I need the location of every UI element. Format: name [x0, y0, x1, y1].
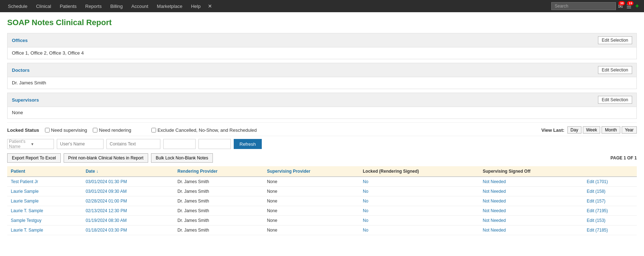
menu-icon-button[interactable]: ☰ 19 — [626, 3, 631, 10]
locked-link[interactable]: No — [363, 179, 368, 184]
view-year-button[interactable]: Year — [622, 126, 637, 134]
edit-link[interactable]: Edit (7185) — [587, 228, 608, 233]
doctors-label: Doctors — [12, 68, 29, 73]
need-rendering-checkbox-group[interactable]: Need rendering — [93, 127, 131, 133]
nav-account[interactable]: Account — [127, 1, 152, 11]
locked-link[interactable]: No — [363, 228, 368, 233]
cell-locked: No — [359, 206, 479, 216]
nav-marketplace[interactable]: Marketplace — [152, 1, 187, 11]
table-header: Patient Date ↓ Rendering Provider Superv… — [7, 166, 637, 177]
user-name-input[interactable] — [57, 139, 104, 149]
exclude-checkbox-group[interactable]: Exclude Cancelled, No-Show, and Reschedu… — [151, 127, 257, 133]
date-link[interactable]: 01/18/2024 03:30 PM — [86, 228, 127, 233]
cell-supervising: None — [263, 187, 359, 196]
col-rendering[interactable]: Rendering Provider — [174, 166, 263, 177]
top-navigation: Schedule Clinical Patients Reports Billi… — [0, 0, 644, 12]
cell-supervising: None — [263, 216, 359, 225]
locked-link[interactable]: No — [363, 208, 368, 213]
edit-link[interactable]: Edit (158) — [587, 189, 606, 194]
cell-patient: Laurie Sample — [7, 187, 82, 196]
mail-icon-button[interactable]: ✉ 38 — [618, 3, 623, 10]
view-month-button[interactable]: Month — [602, 126, 620, 134]
col-date[interactable]: Date ↓ — [82, 166, 174, 177]
nav-reports[interactable]: Reports — [81, 1, 106, 11]
nav-menu: Schedule Clinical Patients Reports Billi… — [4, 1, 215, 11]
contains-text-input[interactable] — [106, 139, 160, 149]
patient-link[interactable]: Laurie Sample — [11, 189, 38, 194]
cell-patient: Laurie Sample — [7, 196, 82, 206]
date-link[interactable]: 01/19/2024 08:30 AM — [86, 218, 127, 223]
nav-help[interactable]: Help — [187, 1, 205, 11]
supervising-signed-value: Not Needed — [483, 208, 506, 213]
supervisors-edit-button[interactable]: Edit Selection — [598, 96, 632, 104]
supervisors-section: Supervisors Edit Selection None — [7, 93, 637, 119]
need-rendering-checkbox[interactable] — [93, 128, 97, 132]
view-week-button[interactable]: Week — [583, 126, 600, 134]
nav-patients[interactable]: Patients — [55, 1, 81, 11]
nav-clinical[interactable]: Clinical — [32, 1, 55, 11]
offices-edit-button[interactable]: Edit Selection — [598, 36, 632, 44]
page-info: PAGE 1 OF 1 — [611, 155, 637, 160]
date-from-input[interactable]: 01/01/2024 — [163, 139, 196, 149]
col-supervising-signed[interactable]: Supervising Signed Off — [479, 166, 583, 177]
nav-close-button[interactable]: ✕ — [205, 1, 215, 11]
print-notes-button[interactable]: Print non-blank Clinical Notes in Report — [64, 153, 148, 163]
cell-date: 01/18/2024 03:30 PM — [82, 225, 174, 235]
action-buttons-row: Export Report To Excel Print non-blank C… — [7, 153, 637, 163]
date-link[interactable]: 03/01/2024 01:30 PM — [86, 179, 127, 184]
export-excel-button[interactable]: Export Report To Excel — [7, 153, 61, 163]
locked-link[interactable]: No — [363, 218, 368, 223]
nav-billing[interactable]: Billing — [106, 1, 127, 11]
need-supervising-checkbox[interactable] — [45, 128, 50, 132]
nav-schedule[interactable]: Schedule — [4, 1, 32, 11]
locked-link[interactable]: No — [363, 189, 368, 194]
edit-link[interactable]: Edit (157) — [587, 199, 606, 204]
patient-link[interactable]: Test Patient Jr — [11, 179, 38, 184]
date-link[interactable]: 02/13/2024 12:30 PM — [86, 208, 127, 213]
col-locked[interactable]: Locked (Rendering Signed) — [359, 166, 479, 177]
edit-link[interactable]: Edit (1701) — [587, 179, 608, 184]
table-row: Laurie Sample 02/28/2024 01:00 PM Dr. Ja… — [7, 196, 637, 206]
patient-link[interactable]: Laurie T. Sample — [11, 228, 43, 233]
cell-rendering: Dr. James Smith — [174, 196, 263, 206]
patient-link[interactable]: Sample Testguy — [11, 218, 41, 223]
date-link[interactable]: 03/01/2024 09:30 AM — [86, 189, 127, 194]
cell-rendering: Dr. James Smith — [174, 187, 263, 196]
refresh-button[interactable]: Refresh — [234, 139, 262, 149]
cell-action: Edit (7195) — [583, 206, 637, 216]
patient-name-dropdown[interactable]: Patient's Name ▼ — [7, 139, 54, 149]
add-button[interactable]: + — [634, 3, 640, 10]
supervising-signed-value: Not Needed — [483, 199, 506, 204]
exclude-checkbox[interactable] — [151, 128, 156, 132]
supervisors-header: Supervisors Edit Selection — [8, 93, 636, 107]
cell-date: 02/28/2024 01:00 PM — [82, 196, 174, 206]
date-to-input[interactable]: 06/24/2024 — [198, 139, 231, 149]
cell-supervising-signed: Not Needed — [479, 196, 583, 206]
bulk-lock-button[interactable]: Bulk Lock Non-Blank Notes — [151, 153, 213, 163]
need-rendering-label: Need rendering — [99, 127, 131, 133]
cell-locked: No — [359, 216, 479, 225]
edit-link[interactable]: Edit (7195) — [587, 208, 608, 213]
table-row: Laurie Sample 03/01/2024 09:30 AM Dr. Ja… — [7, 187, 637, 196]
doctors-edit-button[interactable]: Edit Selection — [598, 66, 632, 74]
col-supervising[interactable]: Supervising Provider — [263, 166, 359, 177]
patient-link[interactable]: Laurie Sample — [11, 199, 38, 204]
cell-locked: No — [359, 187, 479, 196]
cell-supervising: None — [263, 177, 359, 187]
view-day-button[interactable]: Day — [567, 126, 581, 134]
patient-name-dropdown-label: Patient's Name — [9, 139, 31, 149]
col-patient[interactable]: Patient — [7, 166, 82, 177]
supervising-signed-value: Not Needed — [483, 218, 506, 223]
date-link[interactable]: 02/28/2024 01:00 PM — [86, 199, 127, 204]
locked-link[interactable]: No — [363, 199, 368, 204]
cell-action: Edit (7185) — [583, 225, 637, 235]
page-title: SOAP Notes Clinical Report — [7, 18, 637, 27]
search-input[interactable] — [551, 2, 616, 10]
patient-link[interactable]: Laurie T. Sample — [11, 208, 43, 213]
table-row: Laurie T. Sample 02/13/2024 12:30 PM Dr.… — [7, 206, 637, 216]
cell-patient: Laurie T. Sample — [7, 206, 82, 216]
doctors-header: Doctors Edit Selection — [8, 63, 636, 77]
edit-link[interactable]: Edit (153) — [587, 218, 606, 223]
need-supervising-checkbox-group[interactable]: Need supervising — [45, 127, 87, 133]
cell-supervising-signed: Not Needed — [479, 187, 583, 196]
